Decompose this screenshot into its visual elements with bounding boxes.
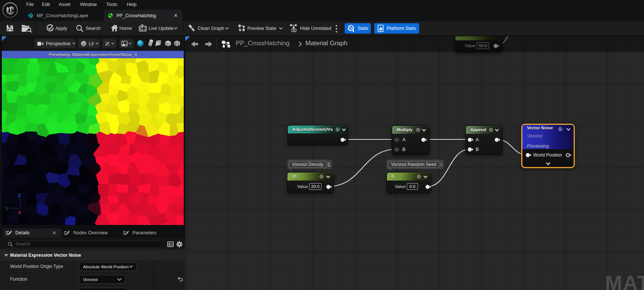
svg-text:Z: Z (18, 193, 21, 198)
svg-text:Y: Y (5, 206, 8, 212)
svg-text:X: X (18, 210, 21, 215)
